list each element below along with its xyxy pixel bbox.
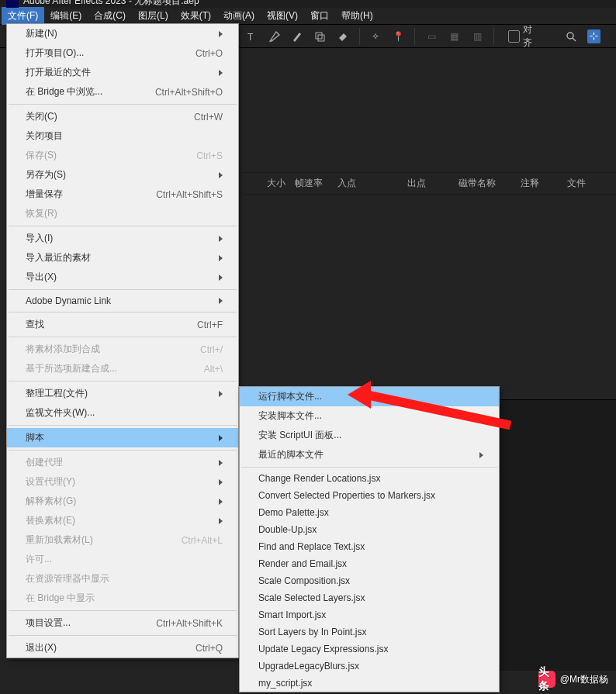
puppet-tool-icon[interactable]: 📍 — [392, 29, 405, 43]
col-tape[interactable]: 磁带名称 — [454, 177, 516, 190]
file-item-24[interactable]: 监视文件夹(W)... — [7, 403, 238, 423]
clone-tool-icon[interactable] — [313, 29, 327, 43]
script-item-10[interactable]: Render and Email.jsx — [240, 555, 499, 572]
script-item-0[interactable]: 运行脚本文件... — [240, 387, 499, 406]
script-item-2[interactable]: 安装 ScriptUI 面板... — [240, 426, 499, 445]
snap-icon[interactable] — [587, 29, 601, 43]
file-item-13[interactable]: 导入最近的素材 — [7, 248, 238, 268]
menu-item-label: 增量保存 — [26, 188, 140, 201]
script-item-16[interactable]: UpgradeLegacyBlurs.jsx — [240, 658, 499, 675]
menu-item-label: 新建(N) — [26, 27, 211, 40]
search-icon[interactable] — [564, 29, 577, 43]
menu-item-label: 查找 — [26, 318, 182, 331]
menu-item-shortcut: Ctrl+Q — [196, 643, 223, 654]
script-item-14[interactable]: Sort Layers by In Point.jsx — [240, 623, 499, 640]
file-item-5[interactable]: 关闭(C)Ctrl+W — [7, 107, 238, 126]
menu-8[interactable]: 帮助(H) — [335, 7, 379, 25]
col-in[interactable]: 入点 — [333, 177, 379, 190]
file-item-12[interactable]: 导入(I) — [7, 229, 238, 248]
file-item-33: 许可... — [7, 550, 238, 569]
script-item-6[interactable]: Convert Selected Properties to Markers.j… — [240, 487, 499, 504]
script-item-1[interactable]: 安装脚本文件... — [240, 406, 499, 426]
menu-item-label: 安装脚本文件... — [258, 409, 483, 423]
menu-item-label: 保存(S) — [26, 149, 181, 162]
file-item-2[interactable]: 打开最近的文件 — [7, 63, 238, 82]
file-item-9[interactable]: 增量保存Ctrl+Alt+Shift+S — [7, 185, 238, 204]
grid-icon[interactable]: ▦ — [448, 29, 461, 43]
layout-icon[interactable]: ▥ — [470, 29, 483, 43]
menu-item-label: 关闭项目 — [26, 129, 223, 143]
file-item-32: 重新加载素材(L)Ctrl+Alt+L — [7, 530, 238, 550]
script-item-13[interactable]: Smart Import.jsx — [240, 606, 499, 623]
pen-tool-icon[interactable] — [268, 29, 281, 43]
menu-item-label: 安装 ScriptUI 面板... — [258, 429, 483, 442]
file-sep — [9, 104, 237, 105]
script-item-15[interactable]: Update Legacy Expressions.jsx — [240, 640, 499, 658]
chevron-right-icon — [219, 274, 223, 281]
menu-7[interactable]: 窗口 — [304, 7, 335, 25]
file-item-37[interactable]: 项目设置...Ctrl+Alt+Shift+K — [7, 613, 238, 633]
menu-item-label: 打开项目(O)... — [26, 47, 180, 60]
file-item-1[interactable]: 打开项目(O)...Ctrl+O — [7, 43, 238, 63]
script-item-17[interactable]: my_script.jsx — [240, 675, 499, 692]
file-item-3[interactable]: 在 Bridge 中浏览...Ctrl+Alt+Shift+O — [7, 82, 238, 102]
script-item-5[interactable]: Change Render Locations.jsx — [240, 470, 499, 487]
script-item-7[interactable]: Demo Palette.jsx — [240, 504, 499, 521]
type-tool-icon[interactable]: T — [244, 29, 258, 43]
menu-item-shortcut: Ctrl+W — [194, 112, 223, 123]
chevron-right-icon — [219, 518, 223, 524]
menu-1[interactable]: 编辑(E) — [44, 7, 88, 25]
menu-item-shortcut: Ctrl+Alt+Shift+O — [155, 87, 223, 98]
file-item-8[interactable]: 另存为(S) — [7, 165, 238, 185]
file-item-14[interactable]: 导出(X) — [7, 268, 238, 287]
brush-tool-icon[interactable] — [290, 29, 303, 43]
col-comment[interactable]: 注释 — [516, 177, 562, 190]
menu-2[interactable]: 合成(C) — [88, 7, 132, 25]
col-out[interactable]: 出点 — [379, 177, 454, 190]
file-item-6[interactable]: 关闭项目 — [7, 126, 238, 146]
script-item-3[interactable]: 最近的脚本文件 — [240, 445, 499, 464]
menu-item-label: 将素材添加到合成 — [26, 343, 185, 356]
menu-item-label: 在 Bridge 中浏览... — [26, 85, 140, 98]
scripts-submenu: 运行脚本文件...安装脚本文件...安装 ScriptUI 面板...最近的脚本… — [239, 386, 500, 692]
watermark-author: @Mr数据杨 — [560, 673, 608, 686]
file-item-26[interactable]: 脚本 — [7, 428, 238, 447]
roto-tool-icon[interactable]: ✧ — [369, 29, 382, 43]
col-file[interactable]: 文件 — [562, 177, 590, 190]
script-item-8[interactable]: Double-Up.jsx — [240, 521, 499, 538]
menu-5[interactable]: 动画(A) — [217, 7, 261, 25]
file-sep — [9, 425, 237, 426]
svg-point-3 — [567, 33, 573, 39]
rect-icon[interactable]: ▭ — [424, 29, 438, 43]
col-fps[interactable]: 帧速率 — [290, 177, 333, 190]
chevron-right-icon — [219, 435, 223, 441]
align-toggle[interactable]: 对齐 — [504, 22, 546, 51]
menu-item-label: 脚本 — [26, 431, 211, 444]
eraser-tool-icon[interactable] — [336, 29, 349, 43]
script-item-12[interactable]: Scale Selected Layers.jsx — [240, 589, 499, 606]
menu-item-label: 打开最近的文件 — [26, 66, 211, 79]
file-item-23[interactable]: 整理工程(文件) — [7, 384, 238, 403]
file-item-39[interactable]: 退出(X)Ctrl+Q — [7, 638, 238, 658]
file-item-18[interactable]: 查找Ctrl+F — [7, 315, 238, 334]
menu-item-shortcut: Ctrl+F — [197, 319, 223, 330]
menu-item-label: Change Render Locations.jsx — [258, 473, 483, 484]
script-item-11[interactable]: Scale Composition.jsx — [240, 572, 499, 589]
menu-item-shortcut: Ctrl+O — [196, 48, 223, 59]
script-item-9[interactable]: Find and Replace Text.jsx — [240, 538, 499, 555]
menu-item-label: 导入(I) — [26, 232, 211, 245]
menu-6[interactable]: 视图(V) — [261, 7, 304, 25]
menu-3[interactable]: 图层(L) — [132, 7, 175, 25]
menu-4[interactable]: 效果(T) — [175, 7, 217, 25]
file-item-16[interactable]: Adobe Dynamic Link — [7, 292, 238, 309]
file-sep — [9, 450, 237, 451]
menu-0[interactable]: 文件(F) — [2, 7, 44, 25]
file-menu: 新建(N)打开项目(O)...Ctrl+O打开最近的文件在 Bridge 中浏览… — [6, 23, 239, 658]
project-column-headers: 大小 帧速率 入点 出点 磁带名称 注释 文件 — [244, 172, 616, 195]
file-item-31: 替换素材(E) — [7, 511, 238, 530]
menu-item-label: 另存为(S) — [26, 168, 211, 181]
file-item-7: 保存(S)Ctrl+S — [7, 146, 238, 165]
file-item-0[interactable]: 新建(N) — [7, 24, 238, 43]
col-size[interactable]: 大小 — [244, 177, 290, 190]
menu-item-label: 解释素材(G) — [26, 495, 211, 508]
